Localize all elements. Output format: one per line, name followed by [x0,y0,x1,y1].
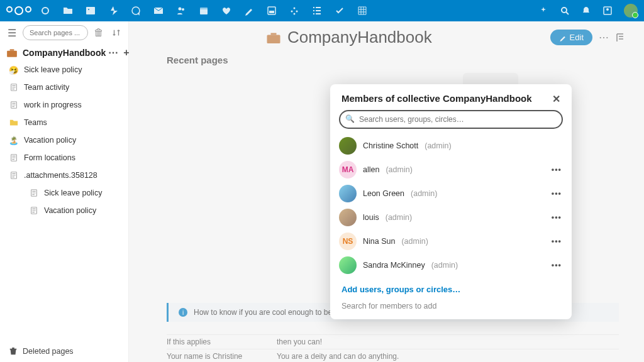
sort-icon[interactable] [109,26,123,40]
page-icon [29,206,39,216]
member-name: Christine Schott [363,141,418,150]
notes-icon[interactable] [244,6,254,16]
deck-icon[interactable] [267,6,277,16]
dashboard-icon[interactable] [40,6,50,16]
svg-point-14 [294,13,296,15]
hamburger-icon[interactable]: ☰ [5,26,19,40]
deleted-pages[interactable]: Deleted pages [0,341,128,362]
member-row[interactable]: NSNina Sun (admin)••• [339,229,568,253]
member-avatar [339,256,357,274]
page-icon [9,170,19,180]
member-row[interactable]: Leon Green (admin)••• [339,182,568,206]
deleted-label: Deleted pages [23,347,74,356]
member-menu-icon[interactable]: ••• [552,189,562,198]
member-row[interactable]: Christine Schott (admin) [339,134,568,158]
member-row[interactable]: louis (admin)••• [339,206,568,229]
tasks-icon[interactable] [335,6,345,16]
list-icon[interactable] [312,6,322,16]
svg-point-5 [179,8,182,11]
page-icon [9,153,19,163]
sidebar-item-label: .attachments.358128 [24,171,97,180]
svg-point-6 [182,8,184,11]
sidebar-item-label: Form locations [24,153,75,162]
calendar-icon[interactable] [199,6,209,16]
svg-rect-10 [269,11,274,13]
sidebar: ☰ 🗑 CompanyHandbook ⋯ + 🤧 Sick leave pol… [0,21,129,362]
svg-rect-1 [86,7,95,14]
member-avatar [339,137,357,155]
member-menu-icon[interactable]: ••• [552,213,562,222]
member-role: (admin) [386,213,412,222]
member-search-input[interactable] [339,110,563,129]
sidebar-item-label: Team activity [24,83,69,92]
sidebar-item-label: Vacation policy [44,206,96,215]
svg-point-17 [606,8,609,11]
svg-point-0 [42,8,48,14]
member-row[interactable]: MAallen (admin)••• [339,158,568,182]
photos-icon[interactable] [86,6,96,16]
search-icon: 🔍 [345,114,355,123]
app-logo[interactable] [6,6,31,15]
sidebar-item-label: Sick leave policy [44,189,102,197]
trash-icon [9,347,18,356]
member-avatar [339,209,357,226]
member-menu-icon[interactable]: ••• [552,165,562,174]
mail-icon[interactable] [153,6,164,16]
member-name: louis [363,213,379,222]
user-avatar[interactable] [624,4,638,18]
contacts-menu-icon[interactable] [602,6,613,16]
sidebar-item[interactable]: .attachments.358128 [0,167,128,184]
folder-icon [9,118,19,128]
member-name: Leon Green [363,189,404,198]
members-modal: Members of collective CompanyHandbook ✕ … [330,84,572,319]
member-avatar: NS [339,233,357,250]
member-menu-icon[interactable]: ••• [552,237,562,246]
member-role: (admin) [411,189,437,198]
heart-icon[interactable] [221,6,231,16]
sidebar-item[interactable]: work in progress [0,96,128,114]
sidebar-subitem[interactable]: Sick leave policy [0,184,128,202]
sidebar-item[interactable]: Team activity [0,79,128,96]
member-menu-icon[interactable]: ••• [552,261,562,270]
modal-title: Members of collective CompanyHandbook [341,93,532,105]
close-icon[interactable]: ✕ [552,93,560,105]
emoji-icon: 🏝️ [9,135,19,145]
member-name: Sandra McKinney [363,261,425,270]
activity-icon[interactable] [108,6,118,16]
trash-icon[interactable]: 🗑 [92,26,106,40]
page-icon [29,188,39,198]
member-avatar: MA [339,161,357,178]
member-role: (admin) [386,165,412,174]
svg-point-13 [296,11,298,13]
sidebar-item[interactable]: 🤧 Sick leave policy [0,61,128,79]
sidebar-item[interactable]: Form locations [0,149,128,167]
sidebar-item[interactable]: 🏝️ Vacation policy [0,131,128,149]
svg-rect-18 [7,50,17,57]
files-icon[interactable] [63,6,73,16]
talk-icon[interactable] [131,6,141,16]
add-members-link[interactable]: Add users, groups or circles… [330,277,572,302]
contacts-icon[interactable] [176,6,186,16]
collective-menu-icon[interactable]: ⋯ [106,47,121,58]
collective-name: CompanyHandbook [23,48,106,58]
member-row[interactable]: Sandra McKinney (admin)••• [339,253,568,277]
page-search-input[interactable] [23,25,88,40]
collectives-icon[interactable] [289,6,299,16]
notifications-icon[interactable] [581,6,591,16]
briefcase-icon [6,47,18,58]
search-icon[interactable] [560,6,570,16]
sidebar-item-label: Teams [24,118,47,127]
sidebar-item[interactable]: Teams [0,114,128,131]
member-role: (admin) [425,141,451,150]
svg-point-2 [88,9,89,10]
collective-header[interactable]: CompanyHandbook ⋯ + [0,44,128,61]
member-name: Nina Sun [363,237,395,246]
svg-point-11 [294,8,296,9]
main-content: CompanyHandbook Edit ⋯ Recent pages › .a… [129,21,644,362]
sidebar-subitem[interactable]: Vacation policy [0,202,128,219]
tables-icon[interactable] [357,6,367,16]
assistant-icon[interactable] [538,6,548,16]
member-role: (admin) [401,237,428,246]
member-name: allen [363,165,379,174]
svg-rect-8 [200,8,208,9]
